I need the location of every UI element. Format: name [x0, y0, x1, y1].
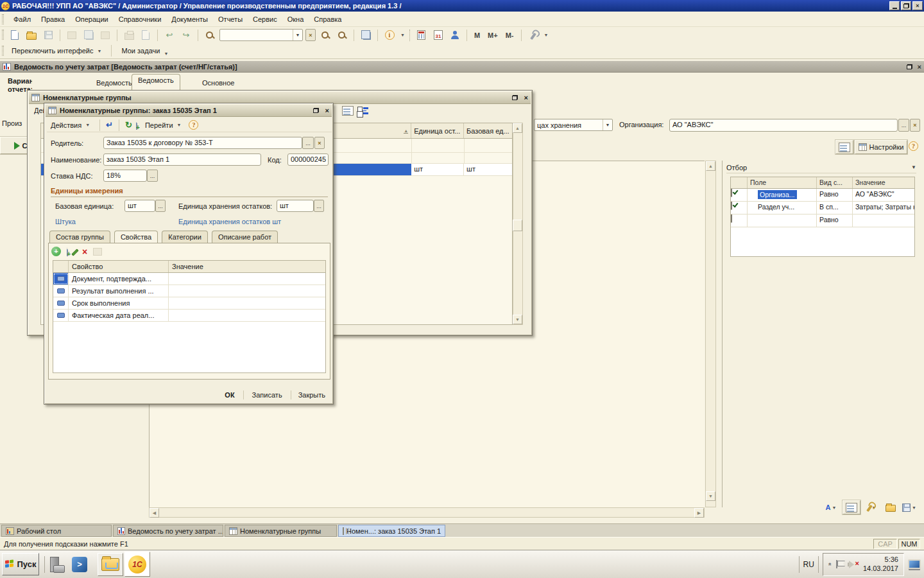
settings-button[interactable]: Настройки [855, 140, 907, 154]
groups-close-button[interactable]: × [524, 94, 528, 101]
groups-scroll-down-icon[interactable]: ▼ [513, 315, 522, 324]
memory-mplus-button[interactable]: M+ [485, 31, 501, 39]
list-mode-icon[interactable] [342, 106, 354, 116]
filter-checkbox[interactable] [731, 189, 732, 197]
parent-clear-button[interactable]: × [314, 137, 325, 149]
ok-button[interactable]: ОК [218, 390, 241, 400]
report-help-button[interactable]: ? [909, 141, 918, 151]
quicklaunch-1c-button[interactable]: 1С [124, 552, 150, 577]
mdi-close-button[interactable]: × [918, 63, 921, 71]
base-unit-select-button[interactable]: ... [155, 200, 166, 212]
parent-field[interactable]: Заказ 15035 к договору № 353-Т [103, 137, 302, 149]
dialog-maximize-button[interactable] [313, 108, 319, 113]
report-tab-vedomost[interactable]: Ведомость [132, 74, 180, 92]
groups-scroll-thumb[interactable] [513, 220, 522, 231]
scroll-left-icon[interactable]: ◀ [150, 508, 159, 518]
mdi-tab-report[interactable]: Ведомость по учету затрат ... [113, 525, 223, 537]
vertical-scrollbar[interactable]: ▲ ▼ [705, 161, 716, 507]
report-tab-osnovnoe[interactable]: Основное [202, 79, 234, 87]
calendar-button[interactable]: 31 [431, 29, 445, 42]
base-unit-field[interactable]: шт [124, 200, 155, 212]
open-button[interactable] [24, 29, 38, 42]
find-next-button[interactable] [318, 29, 332, 42]
quicklaunch-server-button[interactable] [50, 557, 59, 572]
set-parent-icon[interactable]: ↵ [106, 121, 113, 129]
find-previous-button[interactable] [335, 29, 349, 42]
groups-scroll-up-icon[interactable]: ▲ [513, 123, 522, 133]
storage-combobox[interactable]: цах хранения ▼ [534, 119, 613, 131]
edit-property-button[interactable] [71, 249, 78, 256]
base-unit-link[interactable]: Штука [55, 218, 76, 225]
filter-checkbox[interactable] [731, 215, 732, 223]
info-dropdown-arrow-icon[interactable]: ▼ [400, 33, 405, 37]
property-row[interactable]: Срок выполнения [53, 297, 325, 310]
restore-button[interactable] [901, 1, 911, 10]
parent-select-button[interactable]: ... [302, 137, 314, 149]
code-field[interactable]: 000000245 [287, 153, 329, 166]
filter-row[interactable]: Организа... Равно АО "АВЭКС" [731, 189, 914, 202]
switch-interface-button[interactable]: Переключить интерфейс ▼ [8, 46, 105, 56]
user-permissions-button[interactable] [448, 29, 462, 42]
scroll-down-icon[interactable]: ▼ [706, 491, 715, 501]
calculator-button[interactable] [415, 29, 429, 42]
help-button[interactable]: ? [189, 120, 198, 130]
horizontal-scrollbar[interactable]: ◀ ▶ [149, 507, 705, 518]
save-settings-button[interactable]: ▼ [901, 501, 918, 514]
copy-button[interactable] [81, 29, 96, 42]
filter-checkbox[interactable] [731, 202, 732, 210]
wrench-dropdown-arrow-icon[interactable]: ▼ [544, 33, 549, 37]
redo-button[interactable]: ↪ [179, 29, 193, 42]
actions-button[interactable]: Действия▼ [47, 120, 94, 130]
vat-select-button[interactable]: ... [147, 170, 158, 182]
property-row[interactable]: Результат выполнения ... [53, 285, 325, 297]
storage-unit-select-button[interactable]: ... [314, 200, 324, 212]
paste-button[interactable] [98, 29, 112, 42]
organization-field[interactable]: АО "АВЭКС" [669, 119, 898, 132]
add-property-button[interactable]: + [51, 247, 61, 256]
close-dialog-button[interactable]: Закрыть [293, 390, 330, 400]
filter-panel-header[interactable]: Отбор ▼ [726, 162, 916, 173]
menu-file[interactable]: Файл [9, 13, 35, 25]
cut-button[interactable] [65, 29, 79, 42]
tab-categories[interactable]: Категории [162, 231, 208, 243]
groups-vertical-scrollbar[interactable]: ▲ ▼ [513, 123, 523, 325]
properties-table[interactable]: Свойство Значение Документ, подтвержда..… [53, 260, 326, 373]
storage-unit-field[interactable]: шт [277, 200, 314, 212]
list-settings-button[interactable] [93, 248, 102, 256]
menu-service[interactable]: Сервис [248, 13, 282, 25]
menu-documents[interactable]: Документы [167, 13, 212, 25]
mdi-tab-groups[interactable]: Номенклатурные группы [225, 525, 337, 537]
print-button[interactable] [122, 29, 136, 42]
search-combobox[interactable]: ▼ [219, 29, 303, 41]
write-button[interactable]: Записать [246, 390, 289, 400]
vat-field[interactable]: 18% [103, 170, 147, 182]
undo-button[interactable]: ↩ [162, 29, 176, 42]
new-document-button[interactable] [8, 29, 22, 42]
mdi-tab-group-item[interactable]: Номен...: заказ 15035 Этап 1 [338, 525, 445, 537]
menu-windows[interactable]: Окна [283, 13, 309, 25]
settings-wrench-button[interactable] [526, 29, 540, 42]
organization-clear-button[interactable]: × [910, 119, 920, 132]
conditional-format-button[interactable]: А▼ [823, 501, 839, 514]
show-desktop-icon[interactable] [908, 559, 921, 569]
refresh-icon[interactable]: ↻ [125, 121, 132, 129]
copy-add-button[interactable]: + [136, 121, 137, 129]
filter-row[interactable]: Равно [731, 215, 914, 227]
menu-help[interactable]: Справка [309, 13, 346, 25]
name-field[interactable]: заказ 15035 Этап 1 [103, 153, 261, 166]
copy-property-button[interactable]: + [67, 248, 68, 256]
my-tasks-button[interactable]: Мои задачи ▼ [117, 45, 172, 57]
quicklaunch-explorer-button[interactable] [98, 553, 123, 576]
menu-edit[interactable]: Правка [37, 13, 69, 25]
storage-unit-link[interactable]: Единица хранения остатков шт [178, 218, 281, 225]
filter-row[interactable]: Раздел уч... В сп... Затраты; Затраты н.… [731, 202, 914, 215]
menu-reports[interactable]: Отчеты [214, 13, 247, 25]
hierarchy-view-icon[interactable] [357, 106, 369, 116]
groups-maximize-button[interactable] [512, 95, 518, 100]
filter-settings-button[interactable]: ▼ [864, 501, 880, 514]
clear-search-button[interactable]: × [305, 29, 316, 41]
minimize-button[interactable] [889, 1, 900, 10]
goto-button[interactable]: Перейти▼ [141, 120, 185, 130]
tray-flag-icon[interactable] [835, 559, 844, 569]
save-button[interactable] [41, 29, 55, 42]
